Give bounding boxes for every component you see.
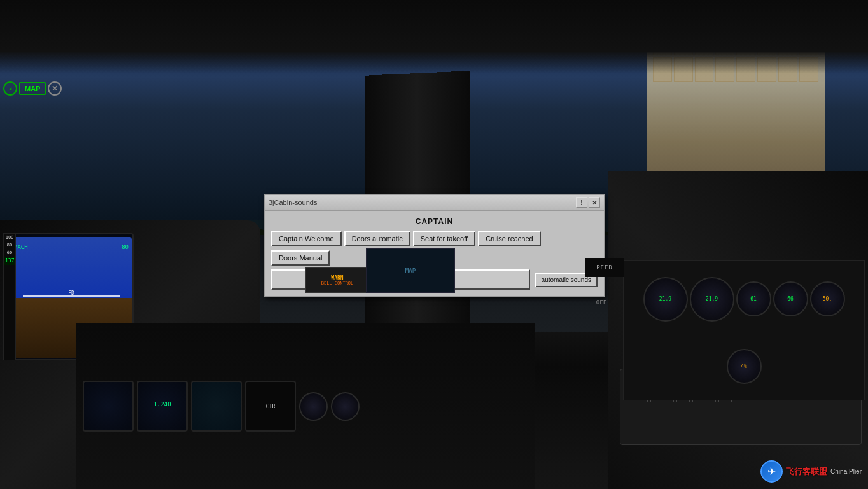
cockpit-frame-right: IAS/MACH 137 V NAV 141 HEADING --- L NAV… <box>608 171 868 489</box>
speed-tape: 100 80 60 137 <box>3 233 16 360</box>
right-instruments: 21.9 21.9 61 66 50ₜ 4% <box>623 260 865 400</box>
warn-label: WARN <box>331 275 343 281</box>
ai-fd-label: FD <box>68 290 74 296</box>
gauge-4: 66 <box>773 281 808 316</box>
globe-icon: ✈ <box>760 460 783 483</box>
small-gauge-1 <box>299 392 328 421</box>
dialog-title: 3jCabin-sounds <box>269 199 317 206</box>
dialog-titlebar-buttons: ! ✕ <box>576 197 600 208</box>
gauge-1-val: 21.9 <box>659 296 671 302</box>
gauge-3: 61 <box>736 281 771 316</box>
map-controls: MAP ✕ <box>3 82 62 96</box>
captain-welcome-button[interactable]: Captain Welcome <box>271 231 342 246</box>
speed-80: 80 <box>4 241 15 249</box>
china-pilot-text: 飞行客联盟 <box>786 466 827 478</box>
mach-label: MACH <box>14 244 28 250</box>
doors-automatic-button[interactable]: Doors automatic <box>344 231 410 246</box>
gauge-3-val: 61 <box>750 296 757 302</box>
instr-box-4: CTR <box>245 381 296 432</box>
peed-display: PEED <box>585 258 624 277</box>
captain-section-header: CAPTAIN <box>271 217 598 226</box>
china-plier-text: China Plier <box>830 468 862 475</box>
map-display-area: MAP <box>366 248 455 293</box>
instr-box-2: 1.240 <box>137 381 188 432</box>
map-close-button[interactable]: ✕ <box>48 82 62 96</box>
ai-sky <box>11 237 132 298</box>
overhead-panel <box>0 0 868 73</box>
instr-box-1 <box>83 381 134 432</box>
warning-panel: WARN BELL CONTROL <box>305 267 369 293</box>
doors-manual-button[interactable]: Doors Manual <box>271 250 330 266</box>
gauge-2: 21.9 <box>690 277 734 322</box>
small-gauge-2 <box>331 392 360 421</box>
gauge-2-val: 21.9 <box>706 296 718 302</box>
speed-value: 137 <box>4 257 15 265</box>
map-display-text: MAP <box>405 267 416 274</box>
gauge-6-val: 4% <box>741 364 747 369</box>
gauge-4-val: 66 <box>787 296 794 302</box>
off-label: OFF <box>596 299 606 306</box>
gauge-1: 21.9 <box>643 277 688 322</box>
dialog-exclaim-button[interactable]: ! <box>576 197 587 208</box>
speed-100: 100 <box>4 234 15 241</box>
speed-label: 80 <box>122 244 129 250</box>
map-prev-button[interactable] <box>3 82 17 96</box>
captain-buttons-row-1: Captain Welcome Doors automatic Seat for… <box>271 231 598 246</box>
gauge-5-val: 50ₜ <box>823 296 832 302</box>
cruise-reached-button[interactable]: Cruise reached <box>478 231 541 246</box>
bell-control-label: BELL CONTROL <box>321 281 354 286</box>
dialog-close-button[interactable]: ✕ <box>589 197 600 208</box>
watermark-area: ✈ 飞行客联盟 China Plier <box>760 460 862 483</box>
gauge-6: 4% <box>727 349 762 384</box>
dialog-titlebar[interactable]: 3jCabin-sounds ! ✕ <box>265 195 604 211</box>
gauge-5: 50ₜ <box>810 281 845 316</box>
ctr-label: CTR <box>266 404 275 409</box>
off-display: OFF <box>585 296 617 309</box>
speed-60: 60 <box>4 249 15 257</box>
globe-symbol: ✈ <box>767 465 776 478</box>
peed-label: PEED <box>596 264 613 271</box>
bottom-instruments: 1.240 CTR <box>76 323 535 489</box>
map-button[interactable]: MAP <box>19 82 46 95</box>
seat-for-takeoff-button[interactable]: Seat for takeoff <box>413 231 475 246</box>
alt-display: 1.240 <box>138 401 186 408</box>
instr-box-3 <box>191 381 242 432</box>
